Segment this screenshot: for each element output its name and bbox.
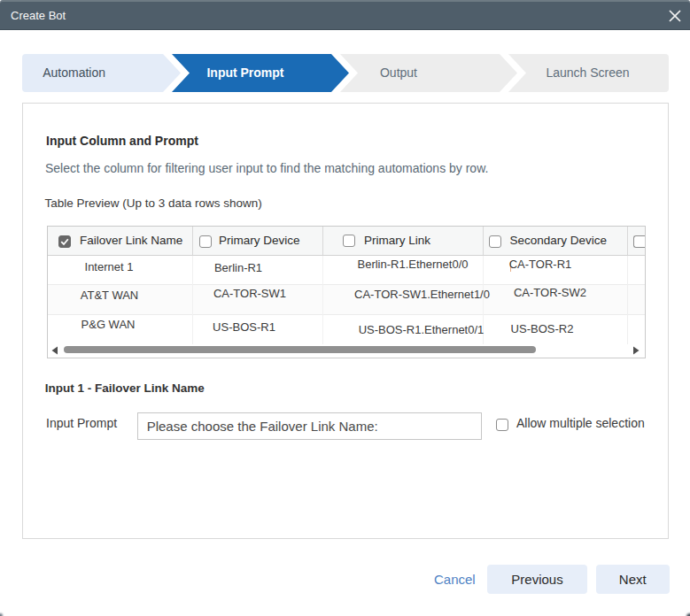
svg-text:Output: Output xyxy=(380,65,417,80)
svg-text:Input Prompt: Input Prompt xyxy=(206,65,283,80)
svg-text:Automation: Automation xyxy=(43,65,105,80)
svg-text:Launch Screen: Launch Screen xyxy=(546,65,629,80)
